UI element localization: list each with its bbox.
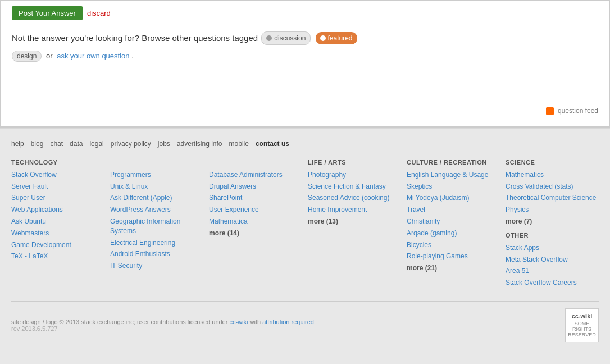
link-mi-yodeya[interactable]: Mi Yodeya (Judaism): [407, 193, 500, 203]
category-science: SCIENCE Mathematics Cross Validated (sta…: [506, 159, 599, 290]
footer-nav-chat[interactable]: chat: [50, 140, 63, 148]
footer-copyright: site design / logo © 2013 stack exchange…: [11, 319, 314, 325]
link-unix-linux[interactable]: Unix & Linux: [110, 182, 203, 192]
footer-nav-data[interactable]: data: [70, 140, 83, 148]
footer-nav-legal[interactable]: legal: [89, 140, 103, 148]
link-stack-overflow[interactable]: Stack Overflow: [11, 170, 104, 180]
footer-nav-privacy[interactable]: privacy policy: [111, 140, 151, 148]
link-super-user[interactable]: Super User: [11, 193, 104, 203]
tag-featured-badge[interactable]: featured: [316, 32, 357, 44]
link-home-improvement[interactable]: Home Improvement: [308, 205, 401, 215]
link-user-experience[interactable]: User Experience: [209, 205, 302, 215]
not-answer-text: Not the answer you're looking for? Brows…: [12, 31, 598, 45]
category-life-arts: LIFE / ARTS Photography Science Fiction …: [308, 159, 401, 290]
category-technology-3: Database Administrators Drupal Answers S…: [209, 159, 302, 290]
link-android[interactable]: Android Enthusiasts: [110, 249, 203, 259]
link-arqade[interactable]: Arqade (gaming): [407, 229, 500, 238]
question-feed-section: question feed: [12, 107, 598, 115]
footer-nav-mobile[interactable]: mobile: [229, 140, 249, 148]
tag-discussion-badge[interactable]: discussion: [261, 31, 311, 45]
footer-nav: help blog chat data legal privacy policy…: [11, 140, 599, 148]
link-theoretical-cs[interactable]: Theoretical Computer Science: [506, 193, 599, 203]
link-physics[interactable]: Physics: [506, 205, 599, 215]
footer-bottom: site design / logo © 2013 stack exchange…: [11, 301, 599, 342]
life-arts-heading: LIFE / ARTS: [308, 159, 401, 166]
other-heading: OTHER: [506, 232, 599, 239]
link-mathematica[interactable]: Mathematica: [209, 217, 302, 226]
science-heading: SCIENCE: [506, 159, 599, 166]
link-area51[interactable]: Area 51: [506, 266, 599, 276]
footer-revision: rev 2013.6.5.727: [11, 325, 314, 332]
footer-nav-advertising[interactable]: advertising info: [177, 140, 222, 148]
cc-badge: cc-wiki SOME RIGHTSRESERVED: [565, 308, 599, 342]
link-culture-more[interactable]: more (21): [407, 263, 500, 273]
link-programmers[interactable]: Programmers: [110, 170, 203, 180]
link-dba[interactable]: Database Administrators: [209, 170, 302, 180]
discard-link[interactable]: discard: [87, 9, 111, 17]
link-skeptics[interactable]: Skeptics: [407, 182, 500, 192]
link-english[interactable]: English Language & Usage: [407, 170, 500, 180]
link-wordpress-answers[interactable]: WordPress Answers: [110, 205, 203, 215]
footer-nav-help[interactable]: help: [11, 140, 24, 148]
tech-heading: TECHNOLOGY: [11, 159, 104, 166]
category-technology-1: TECHNOLOGY Stack Overflow Server Fault S…: [11, 159, 104, 290]
tech2-heading: [110, 159, 203, 166]
link-gis[interactable]: Geographic Information Systems: [110, 217, 203, 236]
link-travel[interactable]: Travel: [407, 205, 500, 215]
category-technology-2: Programmers Unix & Linux Ask Different (…: [110, 159, 203, 290]
link-meta-stack-overflow[interactable]: Meta Stack Overflow: [506, 255, 599, 265]
link-christianity[interactable]: Christianity: [407, 217, 500, 226]
cc-logo-text: cc-wiki: [572, 313, 593, 320]
link-bicycles[interactable]: Bicycles: [407, 240, 500, 250]
link-scifi[interactable]: Science Fiction & Fantasy: [308, 182, 401, 192]
cc-some-rights: SOME RIGHTSRESERVED: [568, 321, 596, 338]
rss-icon: [546, 107, 554, 115]
link-server-fault[interactable]: Server Fault: [11, 182, 104, 192]
link-seasoned-advice[interactable]: Seasoned Advice (cooking): [308, 193, 401, 203]
category-culture: CULTURE / RECREATION English Language & …: [407, 159, 500, 290]
categories-grid: TECHNOLOGY Stack Overflow Server Fault S…: [11, 159, 599, 290]
tech3-heading: [209, 159, 302, 166]
footer-nav-contact[interactable]: contact us: [256, 140, 289, 148]
link-ask-different[interactable]: Ask Different (Apple): [110, 193, 203, 203]
design-ask-row: design or ask your own question .: [12, 51, 598, 62]
link-it-security[interactable]: IT Security: [110, 261, 203, 271]
attribution-link[interactable]: attribution required: [262, 319, 314, 325]
link-game-development[interactable]: Game Development: [11, 240, 104, 250]
link-webmasters[interactable]: Webmasters: [11, 229, 104, 238]
link-web-applications[interactable]: Web Applications: [11, 205, 104, 215]
link-so-careers[interactable]: Stack Overflow Careers: [506, 278, 599, 288]
link-photography[interactable]: Photography: [308, 170, 401, 180]
link-electrical-engineering[interactable]: Electrical Engineering: [110, 238, 203, 248]
cc-wiki-link[interactable]: cc-wiki: [229, 319, 248, 325]
link-cross-validated[interactable]: Cross Validated (stats): [506, 182, 599, 192]
link-science-more[interactable]: more (7): [506, 217, 599, 226]
footer-nav-jobs[interactable]: jobs: [158, 140, 170, 148]
ask-own-question-link[interactable]: ask your own question: [57, 52, 129, 60]
link-stack-apps[interactable]: Stack Apps: [506, 243, 599, 253]
link-life-more[interactable]: more (13): [308, 217, 401, 226]
link-drupal[interactable]: Drupal Answers: [209, 182, 302, 192]
footer-nav-blog[interactable]: blog: [31, 140, 44, 148]
link-ask-ubuntu[interactable]: Ask Ubuntu: [11, 217, 104, 226]
link-sharepoint[interactable]: SharePoint: [209, 193, 302, 203]
culture-heading: CULTURE / RECREATION: [407, 159, 500, 166]
link-tech-more[interactable]: more (14): [209, 229, 302, 238]
link-mathematics[interactable]: Mathematics: [506, 170, 599, 180]
tag-design-badge[interactable]: design: [12, 51, 42, 62]
post-answer-button[interactable]: Post Your Answer: [12, 6, 83, 20]
link-tex-latex[interactable]: TeX - LaTeX: [11, 252, 104, 261]
link-rpg[interactable]: Role-playing Games: [407, 252, 500, 261]
